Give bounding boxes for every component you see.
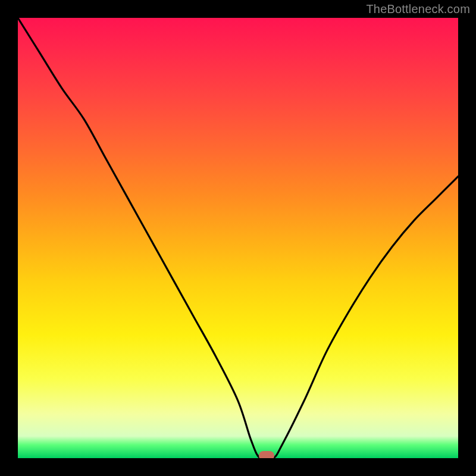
bottleneck-curve [18, 18, 458, 458]
optimal-marker [259, 451, 274, 458]
chart-frame: TheBottleneck.com [0, 0, 476, 476]
watermark-text: TheBottleneck.com [366, 2, 470, 16]
plot-area [18, 18, 458, 458]
